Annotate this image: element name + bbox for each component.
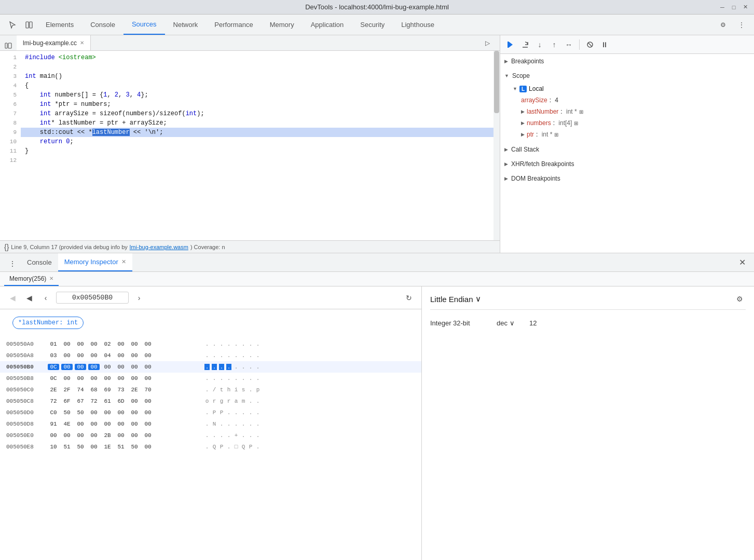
cursor-icon[interactable] xyxy=(4,15,21,35)
scope-ptr[interactable]: ▶ ptr : int * ⊞ xyxy=(519,129,750,140)
nav-right-icons: ⚙ ⋮ xyxy=(715,15,750,35)
breakpoints-header[interactable]: ▶ Breakpoints xyxy=(500,54,754,69)
mem-highlight-container: *lastNumber: int xyxy=(0,309,421,336)
bottom-panel-close[interactable]: ✕ xyxy=(735,253,750,271)
mem-address-input[interactable] xyxy=(56,292,129,304)
callstack-header[interactable]: ▶ Call Stack xyxy=(500,142,754,157)
tab-elements[interactable]: Elements xyxy=(37,15,82,35)
tab-security[interactable]: Security xyxy=(352,15,393,35)
scope-lastnumber[interactable]: ▶ lastNumber : int * ⊞ xyxy=(519,106,750,117)
hex-ascii: .N...... xyxy=(204,421,261,427)
hex-row: 005050D0 C050500000000000 .PP..... xyxy=(0,407,421,418)
svg-rect-5 xyxy=(508,42,509,48)
hex-bytes: C050500000000000 xyxy=(48,409,198,416)
hex-row: 005050A0 0100000002000000 ........ xyxy=(0,338,421,350)
scope-header[interactable]: ▼ Scope xyxy=(500,69,754,83)
more-icon[interactable]: ⋮ xyxy=(733,15,750,35)
pause-exceptions-button[interactable]: ⏸ xyxy=(598,38,611,51)
arraysize-key: arraySize xyxy=(521,97,547,104)
status-bar: {} Line 9, Column 17 (provided via debug… xyxy=(0,240,500,253)
layout-icon[interactable] xyxy=(21,15,37,35)
numbers-sep: : xyxy=(553,119,557,127)
int-format-value: dec xyxy=(497,319,508,327)
wasm-link[interactable]: lmi-bug-example.wasm xyxy=(130,244,188,250)
hex-ascii: ........ xyxy=(204,341,261,347)
mem-next-button[interactable]: › xyxy=(133,292,145,304)
bottom-panel-icon[interactable]: ⋮ xyxy=(4,253,21,274)
numbers-icon: ⊞ xyxy=(574,120,578,126)
tab-network[interactable]: Network xyxy=(165,15,207,35)
xhr-triangle: ▶ xyxy=(504,161,508,167)
maximize-button[interactable]: □ xyxy=(730,4,737,11)
step-out-button[interactable]: ↑ xyxy=(548,38,560,51)
tab-console[interactable]: Console xyxy=(82,15,124,35)
mem-back-button[interactable]: ◀ xyxy=(6,292,19,304)
svg-line-7 xyxy=(588,43,592,47)
tab-performance[interactable]: Performance xyxy=(206,15,261,35)
memory-hex-area[interactable]: 005050A0 0100000002000000 ........ 00505… xyxy=(0,336,421,560)
svg-marker-4 xyxy=(509,42,513,48)
scope-arraysize: arraySize : 4 xyxy=(519,94,750,106)
int-format-selector[interactable]: dec ∨ xyxy=(495,318,517,328)
hex-bytes: 0C00000000000000 xyxy=(48,375,198,381)
scope-numbers[interactable]: ▶ numbers : int[4] ⊞ xyxy=(519,117,750,129)
settings-icon[interactable]: ⚙ xyxy=(715,15,731,35)
mem-prev-button[interactable]: ‹ xyxy=(39,292,52,304)
ptr-expand[interactable]: ▶ xyxy=(521,132,525,137)
debugger-content: ▶ Breakpoints ▼ Scope ▼ L Local xyxy=(500,54,754,253)
bottom-tab-console[interactable]: Console xyxy=(21,253,58,271)
int-value: 12 xyxy=(529,319,537,327)
local-triangle: ▼ xyxy=(513,86,517,91)
mem-highlight-label: *lastNumber: int xyxy=(12,317,84,329)
numbers-expand[interactable]: ▶ xyxy=(521,120,525,126)
mem-refresh-button[interactable]: ↻ xyxy=(403,292,415,304)
numbers-type: int[4] xyxy=(558,119,572,127)
xhr-header[interactable]: ▶ XHR/fetch Breakpoints xyxy=(500,157,754,171)
hex-ascii: ....+... xyxy=(204,432,261,439)
hex-bytes: 2E2F746869732E70 xyxy=(48,387,198,393)
code-line-10: return 0; xyxy=(21,137,493,146)
lastnumber-expand[interactable]: ▶ xyxy=(521,109,525,114)
memory-panel-body: ◀ ◀ ‹ › ↻ *lastNumber: int 005050A0 xyxy=(0,286,754,560)
resume-button[interactable] xyxy=(504,38,517,51)
hex-addr: 005050A8 xyxy=(6,352,48,359)
tab-memory[interactable]: Memory xyxy=(262,15,303,35)
endian-header: Little Endian ∨ ⚙ xyxy=(430,293,746,310)
run-snippet-icon[interactable]: ▷ xyxy=(479,33,496,53)
tab-application[interactable]: Application xyxy=(303,15,352,35)
memory-inspector-tab-close[interactable]: ✕ xyxy=(121,258,126,265)
step-over-button[interactable] xyxy=(519,38,531,51)
status-text-after: ) Coverage: n xyxy=(190,244,225,250)
svg-rect-0 xyxy=(26,22,29,28)
step-button[interactable]: ↔ xyxy=(563,38,575,51)
mem-forward-button[interactable]: ◀ xyxy=(23,292,35,304)
dom-label: DOM Breakpoints xyxy=(511,175,560,182)
int-format-chevron: ∨ xyxy=(510,319,515,327)
endian-selector[interactable]: Little Endian ∨ xyxy=(430,294,481,304)
minimize-button[interactable]: ─ xyxy=(719,4,726,11)
endian-chevron-icon: ∨ xyxy=(475,294,481,304)
scope-local-header[interactable]: ▼ L Local xyxy=(511,83,750,94)
file-tab-lmi[interactable]: lmi-bug-example.cc ✕ xyxy=(17,35,91,50)
deactivate-breakpoints-button[interactable] xyxy=(584,38,596,51)
dom-header[interactable]: ▶ DOM Breakpoints xyxy=(500,171,754,186)
hex-bytes: 726F6772616D0000 xyxy=(48,398,198,404)
breakpoints-label: Breakpoints xyxy=(511,58,544,65)
bottom-panel: ⋮ Console Memory Inspector ✕ ✕ Memory(25… xyxy=(0,253,754,560)
tab-sources[interactable]: Sources xyxy=(124,15,165,35)
code-scrollbar[interactable] xyxy=(493,51,500,240)
window-title: DevTools - localhost:4000/lmi-bug-exampl… xyxy=(305,3,449,11)
line-numbers: 1 2 3 4 5 6 7 8 9 10 11 12 xyxy=(0,51,21,240)
hex-addr: 005050E8 xyxy=(6,444,48,450)
code-lines[interactable]: #include <iostream> int main() { int num… xyxy=(21,51,493,240)
bottom-tab-memory-inspector[interactable]: Memory Inspector ✕ xyxy=(58,253,132,271)
endian-settings-icon[interactable]: ⚙ xyxy=(733,293,746,305)
file-tab-close-icon[interactable]: ✕ xyxy=(80,40,84,46)
hex-row: 005050D8 914E000000000000 .N...... xyxy=(0,418,421,430)
close-button[interactable]: ✕ xyxy=(742,4,749,11)
memory-256-close[interactable]: ✕ xyxy=(49,276,53,281)
memory-256-tab[interactable]: Memory(256) ✕ xyxy=(4,272,59,286)
step-into-button[interactable]: ↓ xyxy=(533,38,546,51)
tab-lighthouse[interactable]: Lighthouse xyxy=(393,15,443,35)
ptr-key: ptr xyxy=(527,131,534,138)
